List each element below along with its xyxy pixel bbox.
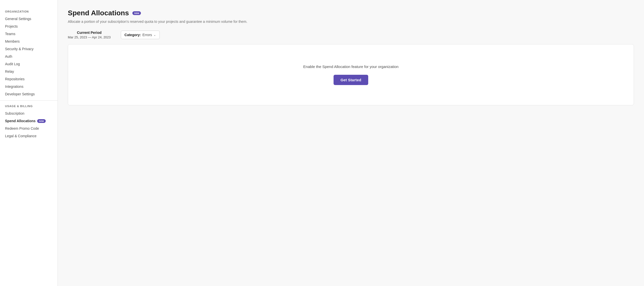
page-description: Allocate a portion of your subscription'… — [68, 20, 634, 24]
current-period: Current Period Mar 25, 2023 — Apr 24, 20… — [68, 31, 111, 39]
sidebar-item-auth[interactable]: Auth — [0, 53, 58, 60]
sidebar-item-label-projects: Projects — [5, 24, 18, 28]
current-period-dates: Mar 25, 2023 — Apr 24, 2023 — [68, 35, 111, 39]
sidebar-item-label-relay: Relay — [5, 69, 14, 74]
sidebar-item-label-subscription: Subscription — [5, 111, 24, 115]
page-title: Spend Allocations — [68, 9, 129, 17]
sidebar-item-integrations[interactable]: Integrations — [0, 83, 58, 90]
controls-row: Current Period Mar 25, 2023 — Apr 24, 20… — [68, 31, 634, 39]
sidebar-item-projects[interactable]: Projects — [0, 23, 58, 30]
sidebar: ORGANIZATIONGeneral SettingsProjectsTeam… — [0, 0, 58, 286]
sidebar-item-label-repositories: Repositories — [5, 77, 25, 81]
sidebar-item-legal-compliance[interactable]: Legal & Compliance — [0, 132, 58, 140]
sidebar-item-label-redeem-promo-code: Redeem Promo Code — [5, 126, 39, 130]
sidebar-item-subscription[interactable]: Subscription — [0, 110, 58, 117]
sidebar-item-badge-spend-allocations: new — [37, 119, 46, 123]
sidebar-item-label-spend-allocations: Spend Allocations — [5, 119, 36, 123]
sidebar-item-label-integrations: Integrations — [5, 85, 23, 89]
page-header: Spend Allocations new — [68, 9, 634, 17]
sidebar-item-relay[interactable]: Relay — [0, 68, 58, 75]
sidebar-item-audit-log[interactable]: Audit Log — [0, 60, 58, 68]
enable-text: Enable the Spend Allocation feature for … — [303, 64, 398, 69]
sidebar-item-teams[interactable]: Teams — [0, 30, 58, 38]
sidebar-item-security-privacy[interactable]: Security & Privacy — [0, 45, 58, 53]
sidebar-section-label-0: ORGANIZATION — [0, 10, 58, 15]
sidebar-item-label-audit-log: Audit Log — [5, 62, 20, 66]
sidebar-item-members[interactable]: Members — [0, 38, 58, 45]
category-dropdown[interactable]: Category: Errors ⌄ — [121, 31, 160, 39]
sidebar-item-label-auth: Auth — [5, 54, 12, 58]
sidebar-item-label-general-settings: General Settings — [5, 17, 31, 21]
sidebar-item-developer-settings[interactable]: Developer Settings — [0, 90, 58, 98]
sidebar-item-redeem-promo-code[interactable]: Redeem Promo Code — [0, 125, 58, 132]
sidebar-item-spend-allocations[interactable]: Spend Allocationsnew — [0, 117, 58, 125]
sidebar-item-label-developer-settings: Developer Settings — [5, 92, 35, 96]
sidebar-item-label-legal-compliance: Legal & Compliance — [5, 134, 36, 138]
page-new-badge: new — [132, 11, 141, 15]
sidebar-divider — [0, 100, 58, 101]
sidebar-item-label-members: Members — [5, 39, 20, 43]
current-period-label: Current Period — [68, 31, 111, 35]
chevron-down-icon: ⌄ — [153, 33, 156, 37]
main-content: Spend Allocations new Allocate a portion… — [58, 0, 644, 286]
category-label: Category: — [125, 33, 141, 37]
sidebar-item-label-security-privacy: Security & Privacy — [5, 47, 34, 51]
get-started-button[interactable]: Get Started — [334, 75, 368, 85]
content-card: Enable the Spend Allocation feature for … — [68, 44, 634, 105]
sidebar-item-repositories[interactable]: Repositories — [0, 75, 58, 83]
category-value: Errors — [142, 33, 152, 37]
sidebar-item-label-teams: Teams — [5, 32, 15, 36]
sidebar-section-label-1: USAGE & BILLING — [0, 105, 58, 110]
sidebar-item-general-settings[interactable]: General Settings — [0, 15, 58, 23]
